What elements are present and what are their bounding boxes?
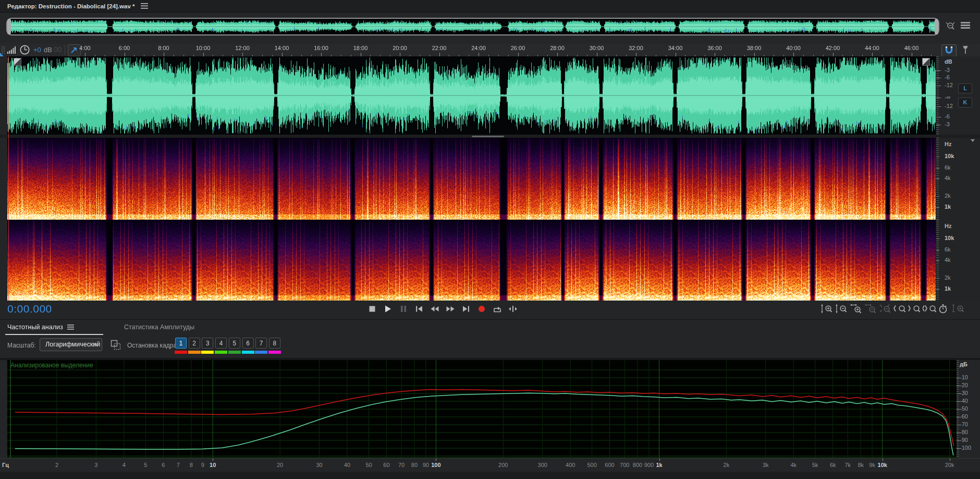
db-scale-label: -12 — [945, 103, 953, 109]
zoom-out-point-button[interactable] — [908, 304, 923, 315]
overview-range-selector[interactable] — [6, 18, 939, 35]
hz-scale-label: 6k — [945, 246, 951, 253]
channel-button-L[interactable]: L — [958, 83, 972, 93]
ruler-time-label: 6:00 — [119, 45, 130, 51]
transport-fast-forward-button[interactable] — [445, 304, 458, 315]
freq-axis-label: 3k — [763, 462, 769, 468]
zoom-selection-amplitude-button[interactable] — [952, 304, 966, 315]
ruler-time-label: 38:00 — [747, 45, 762, 51]
spectrogram-hz-scale-2[interactable]: Hz10k6k4k2k1k — [936, 220, 980, 301]
zoom-reset-button[interactable] — [879, 304, 893, 315]
transport-rewind-button[interactable] — [429, 304, 443, 315]
hold-button-3[interactable]: 3 — [202, 338, 213, 349]
transport-play-button[interactable] — [382, 304, 396, 315]
overview-menu-icon[interactable] — [960, 21, 971, 33]
zoom-out-amplitude-button[interactable] — [835, 304, 850, 315]
transport-loop-playback-button[interactable] — [492, 304, 505, 315]
spectrogram-canvas-left[interactable] — [7, 138, 936, 220]
main-waveform[interactable] — [7, 56, 936, 135]
tab-frequency-analysis[interactable]: Частотный анализ — [7, 324, 74, 331]
main-waveform-canvas[interactable] — [7, 56, 936, 135]
waveform-corner-handle-left-icon[interactable] — [14, 58, 21, 66]
db-axis-label: -50 — [960, 405, 968, 412]
hz-scale-label: 10k — [945, 235, 954, 241]
overview-zoom-out-icon[interactable] — [945, 21, 957, 34]
hold-color-bar — [188, 351, 201, 354]
ruler-time-label: 12:00 — [235, 45, 250, 51]
graph-db-scale: дБ -10-20-30-40-50-60-70-80-90-100 — [957, 360, 980, 472]
timeline-ruler[interactable]: +0 dB 00 4:006:008:0010:0012:0014:0016:0… — [0, 44, 980, 57]
ruler-time-label: 8:00 — [158, 45, 169, 51]
frequency-graph[interactable]: Анализированое выделение — [7, 360, 957, 458]
freq-axis-label: 90 — [423, 462, 429, 468]
spectrogram-row-2: Hz10k6k4k2k1k — [0, 220, 980, 301]
hold-color-bar — [242, 351, 254, 354]
graph-grip — [1, 363, 4, 394]
transport-move-playhead-button[interactable] — [507, 304, 521, 315]
transport-record-button[interactable] — [476, 304, 489, 315]
hold-button-4[interactable]: 4 — [215, 338, 227, 349]
freq-axis-label: 20k — [945, 462, 954, 468]
panel-menu-icon[interactable] — [141, 3, 148, 9]
db-scale-title: dB — [945, 58, 952, 65]
playhead[interactable] — [8, 56, 9, 301]
freq-axis-label: 200 — [498, 462, 508, 468]
db-scale-label: -6 — [945, 74, 950, 80]
zoom-in-point-button[interactable] — [893, 304, 908, 315]
hold-color-bar — [268, 351, 281, 354]
range-right-handle[interactable] — [935, 19, 938, 34]
spectrogram-canvas-right[interactable] — [7, 220, 936, 301]
copy-graph-icon[interactable] — [109, 339, 122, 353]
ruler-time-label: 24:00 — [471, 45, 486, 51]
hold-color-bar — [175, 351, 187, 354]
channel-button-K[interactable]: K — [958, 98, 972, 107]
freq-axis-label: 8k — [858, 462, 864, 468]
scale-dropdown-caret-icon[interactable] — [971, 139, 975, 142]
transport-skip-end-button[interactable] — [460, 304, 474, 315]
ruler-time-label: 46:00 — [904, 45, 919, 51]
transport-pause-button[interactable] — [398, 304, 411, 315]
waveform-row: dB-3-6-12-∞-12-6-3LK — [0, 56, 980, 135]
frequency-graph-row: Анализированое выделение дБ -10-20-30-40… — [0, 360, 980, 458]
hold-button-1[interactable]: 1 — [175, 338, 187, 349]
zoom-selection-button[interactable] — [923, 304, 937, 315]
hold-button-8[interactable]: 8 — [269, 338, 280, 349]
hold-button-2[interactable]: 2 — [189, 338, 200, 349]
hz-scale-label: 1k — [945, 285, 951, 292]
hold-color-bar — [228, 351, 241, 354]
ruler-time-label: 10:00 — [196, 45, 211, 51]
db-axis-label: -20 — [960, 382, 968, 388]
freq-axis-label: 9 — [201, 462, 204, 468]
freq-axis-label: 500 — [587, 462, 596, 468]
hold-button-5[interactable]: 5 — [229, 338, 240, 349]
hold-button-7[interactable]: 7 — [255, 338, 267, 349]
zoom-in-time-button[interactable] — [850, 304, 864, 315]
transport-skip-start-button[interactable] — [413, 304, 427, 315]
hz-scale-label: 4k — [945, 257, 951, 263]
ruler-time-label: 40:00 — [786, 45, 801, 51]
spectrogram-hz-scale-1[interactable]: Hz10k6k4k2k1k — [936, 138, 980, 220]
db-axis-label: -60 — [960, 413, 968, 420]
db-scale-label: -∞ — [945, 94, 951, 100]
time-display[interactable]: 0:00.000 — [7, 303, 52, 315]
ruler-time-label: 18:00 — [353, 45, 368, 51]
timer-button[interactable] — [937, 304, 952, 315]
ruler-time-label: 44:00 — [865, 45, 879, 51]
waveform-corner-handle-right-icon[interactable] — [922, 58, 930, 66]
marker-pin-icon[interactable] — [961, 45, 970, 57]
zoom-out-time-button[interactable] — [864, 304, 879, 315]
tab-amplitude-statistics[interactable]: Статистика Амплитуды — [124, 324, 194, 331]
series-left-channel — [15, 390, 954, 446]
range-left-handle[interactable] — [7, 19, 11, 34]
scale-dropdown[interactable]: Логарифмический — [40, 338, 102, 351]
transport-stop-button[interactable] — [366, 304, 380, 315]
freq-axis-label: 600 — [605, 462, 614, 468]
hold-button-6[interactable]: 6 — [242, 338, 254, 349]
tab-menu-icon[interactable] — [67, 325, 74, 330]
snap-magnet-button[interactable] — [941, 44, 957, 57]
db-axis-label: -30 — [960, 390, 968, 396]
waveform-db-scale[interactable]: dB-3-6-12-∞-12-6-3LK — [936, 56, 980, 135]
divider-handle[interactable] — [472, 136, 504, 137]
freq-axis-label: 20 — [277, 462, 283, 468]
zoom-in-amplitude-button[interactable] — [820, 304, 835, 315]
